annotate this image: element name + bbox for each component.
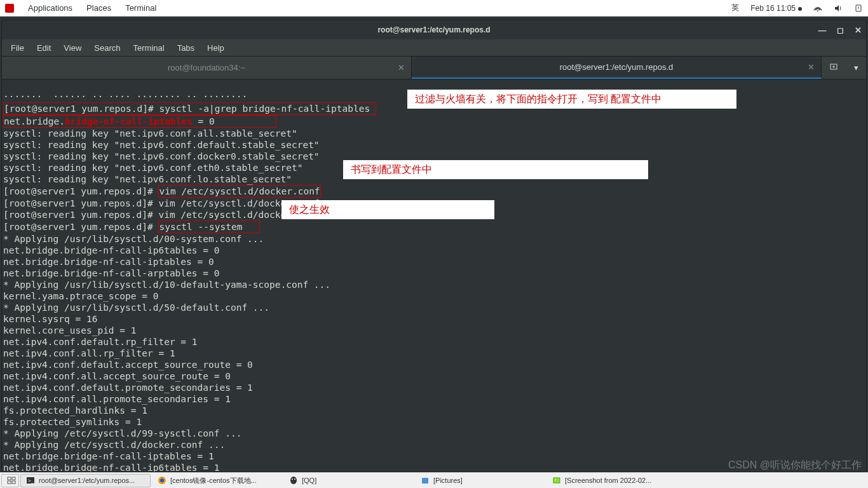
tab-menu-button[interactable]: ▾ <box>850 63 862 72</box>
svg-rect-18 <box>553 478 560 483</box>
task-label: [Pictures] <box>433 477 463 484</box>
annotation-2: 书写到配置文件中 <box>343 160 648 179</box>
task-qq[interactable]: [QQ] <box>283 474 414 487</box>
terminal-output[interactable]: ······· ······ ·· ···· ········ ·· ·····… <box>2 79 866 471</box>
task-files[interactable]: [Pictures] <box>415 474 545 487</box>
svg-point-13 <box>160 478 164 482</box>
firefox-icon <box>158 476 166 485</box>
window-titlebar[interactable]: root@server1:/etc/yum.repos.d — ◻ ✕ <box>2 20 866 39</box>
gnome-topbar: Applications Places Terminal 英 Feb 16 11… <box>0 0 868 17</box>
folder-icon <box>421 476 430 485</box>
window-title: root@server1:/etc/yum.repos.d <box>377 25 490 34</box>
tab-foundation34[interactable]: root@foundation34:~ ✕ <box>2 57 412 79</box>
ime-indicator[interactable]: 英 <box>731 3 739 13</box>
task-label: [Screenshot from 2022-02... <box>565 477 651 484</box>
volume-icon[interactable] <box>834 4 843 13</box>
task-label: [centos镜像-centos下载地... <box>170 476 257 485</box>
menu-search[interactable]: Search <box>88 41 126 55</box>
menubar: File Edit View Search Terminal Tabs Help <box>2 39 866 57</box>
power-icon[interactable] <box>854 4 863 13</box>
svg-rect-17 <box>422 478 428 484</box>
activities-icon[interactable] <box>5 4 14 13</box>
menu-help[interactable]: Help <box>201 41 231 55</box>
desktop-icon <box>7 476 16 485</box>
task-browser[interactable]: [centos镜像-centos下载地... <box>152 474 282 487</box>
annotation-1: 过滤与火墙有关，将下面的指令打开，写到 配置文件中 <box>407 90 736 109</box>
svg-point-14 <box>290 477 297 484</box>
svg-point-15 <box>292 478 293 480</box>
menu-view[interactable]: View <box>57 41 88 55</box>
svg-point-16 <box>294 478 295 480</box>
menu-file[interactable]: File <box>4 41 31 55</box>
applications-menu[interactable]: Applications <box>28 3 72 13</box>
menu-tabs[interactable]: Tabs <box>171 41 201 55</box>
tab-server1[interactable]: root@server1:/etc/yum.repos.d ✕ <box>412 57 822 79</box>
clock[interactable]: Feb 16 11:05 <box>750 4 802 13</box>
task-terminal[interactable]: >_ root@server1:/etc/yum.repos... <box>20 474 151 487</box>
svg-point-19 <box>555 479 556 480</box>
qq-icon <box>289 476 298 485</box>
task-label: [QQ] <box>302 477 316 484</box>
image-icon <box>552 476 561 485</box>
places-menu[interactable]: Places <box>86 3 111 13</box>
svg-point-0 <box>817 10 818 11</box>
terminal-icon: >_ <box>26 476 35 485</box>
svg-rect-8 <box>8 481 11 484</box>
tabbar: root@foundation34:~ ✕ root@server1:/etc/… <box>2 57 866 79</box>
svg-rect-9 <box>12 481 15 484</box>
tab-label: root@foundation34:~ <box>168 63 245 72</box>
taskbar: >_ root@server1:/etc/yum.repos... [cento… <box>0 472 868 488</box>
network-icon[interactable] <box>813 4 822 13</box>
close-button[interactable]: ✕ <box>853 25 862 34</box>
maximize-button[interactable]: ◻ <box>836 25 844 34</box>
minimize-button[interactable]: — <box>818 25 827 34</box>
svg-rect-6 <box>8 477 11 480</box>
tab-close-icon[interactable]: ✕ <box>398 63 405 72</box>
menu-edit[interactable]: Edit <box>31 41 57 55</box>
svg-text:>_: >_ <box>28 478 34 484</box>
task-image[interactable]: [Screenshot from 2022-02... <box>546 474 677 487</box>
terminal-window: root@server1:/etc/yum.repos.d — ◻ ✕ File… <box>1 20 867 472</box>
svg-rect-7 <box>12 477 15 480</box>
annotation-3: 使之生效 <box>281 200 494 219</box>
new-tab-button[interactable] <box>825 62 842 73</box>
menu-terminal[interactable]: Terminal <box>127 41 171 55</box>
show-desktop-button[interactable] <box>1 474 19 487</box>
tab-label: root@server1:/etc/yum.repos.d <box>560 62 674 72</box>
task-label: root@server1:/etc/yum.repos... <box>39 477 135 484</box>
terminal-indicator[interactable]: Terminal <box>125 3 156 13</box>
tab-close-icon[interactable]: ✕ <box>808 62 815 72</box>
